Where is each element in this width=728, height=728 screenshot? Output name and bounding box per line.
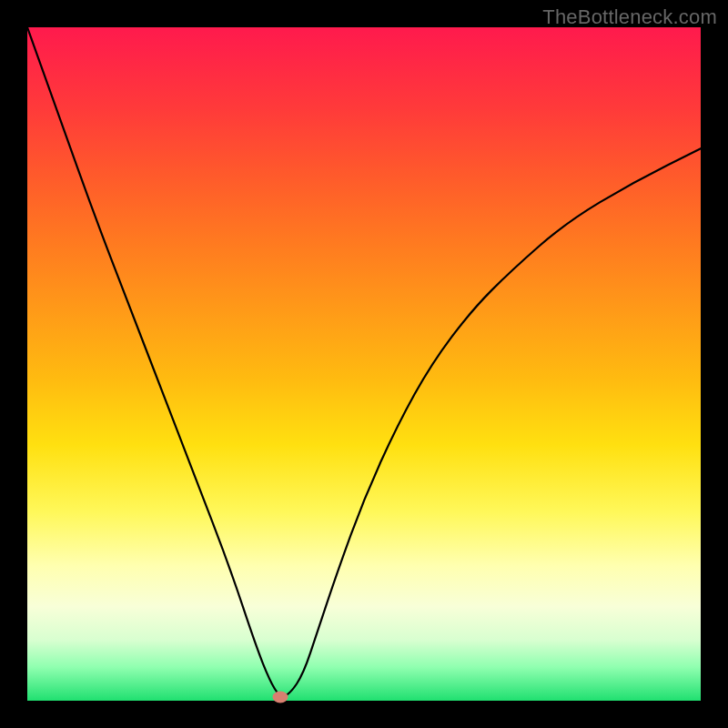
optimum-marker bbox=[272, 692, 288, 703]
plot-area bbox=[27, 27, 701, 701]
curve-line bbox=[27, 27, 701, 701]
watermark-text: TheBottleneck.com bbox=[542, 5, 717, 29]
chart-frame: TheBottleneck.com bbox=[0, 0, 728, 728]
